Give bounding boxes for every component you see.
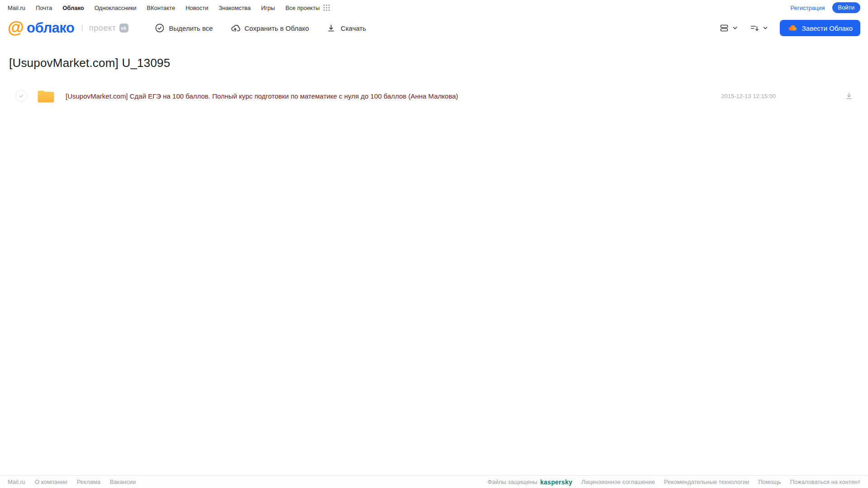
row-checkbox[interactable] [15, 90, 27, 102]
get-cloud-button[interactable]: Завести Облако [780, 20, 860, 36]
registration-link[interactable]: Регистрация [791, 5, 825, 11]
footer-license[interactable]: Лицензионное соглашение [581, 479, 655, 485]
footer-about[interactable]: О компании [35, 479, 67, 485]
circle-check-icon [155, 23, 165, 33]
project-text: проект [89, 24, 116, 33]
nav-odnoklassniki[interactable]: Одноклассники [95, 5, 137, 11]
file-date: 2015-12-13 12:15:00 [721, 93, 776, 99]
nav-pochta[interactable]: Почта [36, 5, 52, 11]
kaspersky-protected: Файлы защищены kaspersky [488, 479, 573, 486]
download-icon [326, 23, 336, 33]
grid-dots-icon [323, 5, 330, 11]
nav-oblako[interactable]: Облако [62, 5, 84, 11]
sort-icon [749, 23, 759, 33]
select-all-label: Выделить все [169, 24, 213, 32]
cloud-logo[interactable]: @ облако [8, 20, 74, 36]
footer-jobs[interactable]: Вакансии [110, 479, 136, 485]
footer-left-links: Mail.ru О компании Реклама Вакансии [8, 479, 136, 485]
footer-recommendations[interactable]: Рекомендательные технологии [664, 479, 749, 485]
mailru-at-icon: @ [8, 19, 24, 36]
download-button[interactable]: Скачать [326, 23, 366, 33]
page-footer: Mail.ru О компании Реклама Вакансии Файл… [0, 475, 868, 488]
nav-all-projects-label: Все проекты [285, 5, 320, 11]
folder-icon[interactable] [37, 88, 55, 104]
download-label: Скачать [341, 24, 366, 32]
nav-vkontakte[interactable]: ВКонтакте [147, 5, 175, 11]
footer-mailru[interactable]: Mail.ru [8, 479, 25, 485]
portal-nav-links: Mail.ru Почта Облако Одноклассники ВКонт… [8, 5, 330, 11]
footer-help[interactable]: Помощь [758, 479, 781, 485]
file-toolbar: Выделить все Сохранить в Облако Скачат [155, 23, 366, 33]
vk-logo-icon: vk [119, 24, 128, 33]
row-download-icon[interactable] [844, 91, 854, 100]
footer-ads[interactable]: Реклама [77, 479, 100, 485]
nav-mailru[interactable]: Mail.ru [8, 5, 25, 11]
page-title: [UsupovMarket.com] U_13095 [9, 56, 868, 70]
kaspersky-logo[interactable]: kaspersky [540, 479, 572, 486]
protected-label: Файлы защищены [488, 479, 537, 485]
cloud-logo-text: облако [27, 20, 74, 36]
footer-report-content[interactable]: Пожаловаться на контент [790, 479, 860, 485]
file-row: [UsupovMarket.com] Сдай ЕГЭ на 100 балло… [0, 85, 868, 106]
nav-znakomstva[interactable]: Знакомства [218, 5, 251, 11]
view-mode-dropdown[interactable] [719, 23, 738, 33]
nav-igry[interactable]: Игры [261, 5, 275, 11]
login-button[interactable]: Войти [832, 2, 860, 13]
save-to-cloud-button[interactable]: Сохранить в Облако [230, 23, 309, 33]
chevron-down-icon [763, 25, 768, 31]
nav-novosti[interactable]: Новости [185, 5, 208, 11]
portal-nav-auth: Регистрация Войти [791, 2, 860, 13]
app-bar-right: Завести Облако [719, 20, 860, 36]
select-all-button[interactable]: Выделить все [155, 23, 213, 33]
app-bar: @ облако | проект vk Выделить все [0, 15, 868, 41]
logo-divider: | [81, 24, 83, 33]
vk-project-label: проект vk [89, 24, 128, 33]
cloud-color-icon [787, 23, 797, 33]
cloud-upload-icon [230, 23, 240, 33]
footer-right-links: Файлы защищены kaspersky Лицензионное со… [488, 479, 860, 486]
file-name-link[interactable]: [UsupovMarket.com] Сдай ЕГЭ на 100 балло… [66, 92, 721, 100]
list-view-icon [719, 23, 729, 33]
get-cloud-label: Завести Облако [802, 24, 853, 32]
chevron-down-icon [732, 25, 738, 31]
sort-dropdown[interactable] [749, 23, 768, 33]
portal-nav: Mail.ru Почта Облако Одноклассники ВКонт… [0, 0, 868, 15]
save-to-cloud-label: Сохранить в Облако [245, 24, 309, 32]
nav-all-projects[interactable]: Все проекты [285, 5, 330, 11]
